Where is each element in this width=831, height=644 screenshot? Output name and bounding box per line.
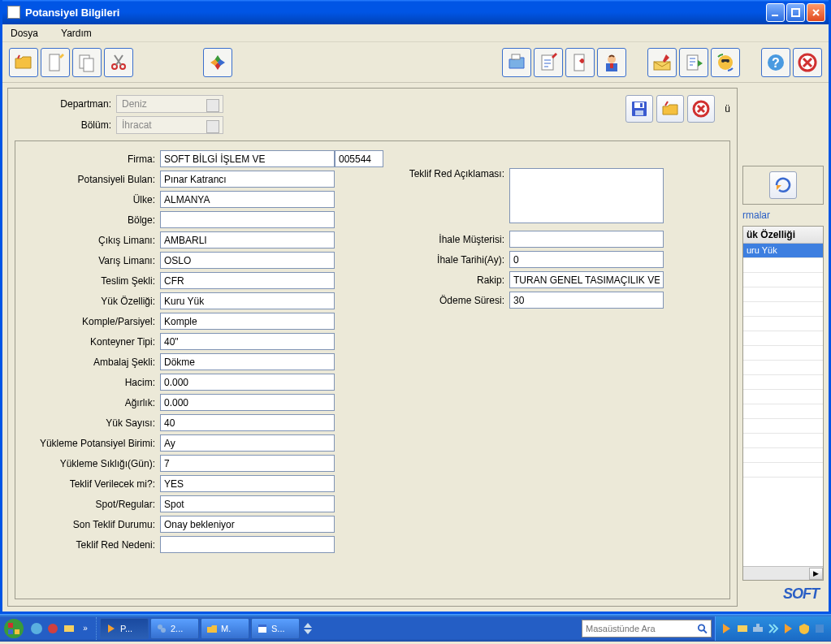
grid-row[interactable] [743,404,823,419]
task-item[interactable]: M. [201,618,249,639]
minimize-button[interactable] [766,3,785,22]
toolbar-pin-button[interactable] [565,48,595,77]
toolbar-close-button[interactable] [793,48,822,77]
tray-icon[interactable] [767,622,780,635]
cikis-limani-input[interactable] [160,231,335,249]
side-refresh-button[interactable] [769,171,797,199]
tray-icon[interactable] [721,622,734,635]
grid-scrollbar[interactable]: ▶ [743,566,823,580]
task-items: P... 2... M. S... [97,618,578,639]
grid-row[interactable] [743,434,823,448]
svg-rect-25 [640,103,643,107]
task-item[interactable]: P... [100,618,149,639]
rakip-input[interactable] [509,271,664,288]
tray-icon[interactable] [736,622,749,635]
grid-row[interactable] [743,375,823,390]
firma-code-input[interactable] [335,150,383,167]
cancel-button[interactable] [687,95,715,123]
ihale-musterisi-input[interactable] [509,231,664,248]
grid-row[interactable] [743,317,823,331]
search-icon[interactable] [697,623,708,634]
grid-row[interactable] [743,302,823,317]
ql-icon[interactable] [45,621,60,636]
grid-row[interactable] [743,331,823,346]
yuk-sayisi-input[interactable] [160,414,335,431]
firma-input[interactable] [160,150,335,167]
task-item[interactable]: 2... [150,618,199,639]
toolbar-plugin-button[interactable] [203,48,232,77]
grid-row-selected[interactable]: uru Yük [743,244,823,258]
svg-rect-28 [8,623,13,628]
toolbar-cut-button[interactable] [104,48,133,77]
task-chevron[interactable] [301,618,314,639]
odeme-suresi-input[interactable] [509,292,664,309]
tray-icon[interactable] [782,622,795,635]
grid-row[interactable] [743,419,823,434]
toolbar-note-button[interactable] [534,48,563,77]
tray-icon[interactable] [813,622,826,635]
grid-row[interactable] [743,346,823,361]
teklif-red-aciklamasi-input[interactable] [509,168,664,223]
tray-icon[interactable] [798,622,811,635]
grid-row[interactable] [743,258,823,273]
departman-combo[interactable]: Deniz [116,95,223,113]
toolbar-help-button[interactable]: ? [761,48,790,77]
main-toolbar: ? [2,42,829,83]
toolbar-mail-button[interactable] [647,48,677,77]
son-teklif-durumu-input[interactable] [160,516,335,533]
teklif-red-nedeni-input[interactable] [160,536,335,553]
ql-icon[interactable] [62,621,76,636]
ulke-input[interactable] [160,191,335,208]
grid-row[interactable] [743,361,823,375]
ql-icon[interactable] [29,621,44,636]
varis-limani-input[interactable] [160,252,335,269]
grid-header[interactable]: ük Özelliği [743,227,823,244]
open-folder-button[interactable] [656,95,684,123]
scroll-right-button[interactable]: ▶ [809,568,823,580]
search-input[interactable] [586,624,697,633]
agirlik-input[interactable] [160,394,335,411]
start-button[interactable] [2,616,26,641]
toolbar-refresh-button[interactable] [711,48,740,77]
bolge-input[interactable] [160,211,335,228]
komple-parsiyel-input[interactable] [160,313,335,330]
grid-row[interactable] [743,463,823,478]
yukleme-birimi-input[interactable] [160,434,335,452]
svg-rect-24 [635,110,643,115]
ql-chevron-icon[interactable]: » [78,621,93,636]
task-item[interactable]: S... [251,618,300,639]
toolbar-docs-button[interactable] [502,48,531,77]
side-grid[interactable]: ük Özelliği uru Yük [742,226,824,581]
yukleme-sikligi-input[interactable] [160,455,335,472]
potansiyeli-bulan-input[interactable] [160,171,335,188]
grid-row[interactable] [743,287,823,302]
ambalaj-sekli-input[interactable] [160,353,335,370]
toolbar-send-button[interactable] [679,48,708,77]
grid-row[interactable] [743,448,823,463]
maximize-button[interactable] [786,3,805,22]
app-icon [7,6,20,19]
ihale-tarihi-input[interactable] [509,251,664,268]
tray-icon[interactable] [751,622,764,635]
close-button[interactable] [807,3,825,22]
side-link[interactable]: rmalar [742,210,824,221]
svg-rect-41 [753,627,763,632]
menu-yardim[interactable]: Yardım [61,28,92,39]
teslim-sekli-input[interactable] [160,272,335,289]
bolum-combo[interactable]: İhracat [116,116,223,134]
logo: SOFT [742,586,824,607]
grid-row[interactable] [743,390,823,404]
menu-dosya[interactable]: Dosya [11,28,38,39]
save-button[interactable] [625,95,653,123]
toolbar-edit-button[interactable] [41,48,70,77]
desktop-search[interactable] [582,620,712,638]
toolbar-open-button[interactable] [9,48,38,77]
grid-row[interactable] [743,273,823,287]
toolbar-copy-button[interactable] [72,48,102,77]
hacim-input[interactable] [160,374,335,391]
spot-regular-input[interactable] [160,495,335,512]
yuk-ozelligi-input[interactable] [160,292,335,309]
toolbar-person-button[interactable] [597,48,626,77]
teklif-verilecek-input[interactable] [160,475,335,492]
konteyner-tipi-input[interactable] [160,333,335,350]
